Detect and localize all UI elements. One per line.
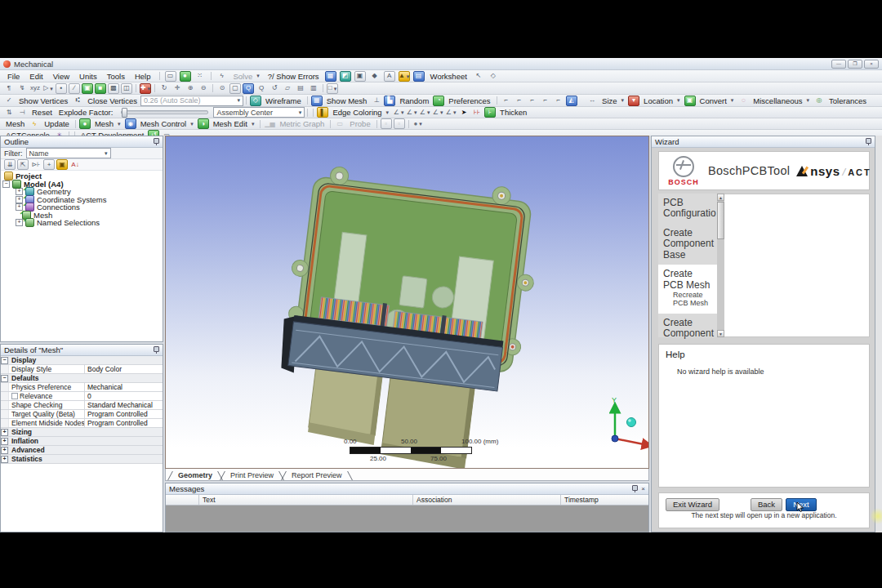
tolerances-button[interactable]: Tolerances — [826, 96, 870, 105]
back-button[interactable]: Back — [751, 498, 782, 511]
details-row-element-midside-nodes[interactable]: Element Midside Nodes Program Controlled — [1, 419, 163, 428]
step-create-pcb-mesh[interactable]: Create PCB Mesh Recreate PCB Mesh — [658, 265, 717, 314]
expand-box-icon[interactable]: + — [16, 196, 23, 203]
annotation-icon[interactable]: A — [384, 71, 395, 82]
align-icon[interactable]: ⇅ — [3, 107, 15, 118]
collapse-box-icon[interactable]: − — [2, 180, 10, 188]
extend-selection-icon[interactable]: ◫ — [121, 83, 132, 94]
select-mode-icon[interactable]: ▷ — [42, 83, 54, 94]
manage-views-icon[interactable]: ▤ — [295, 83, 306, 94]
edge-style-4-icon[interactable]: ∠ — [432, 107, 443, 118]
magnify-icon[interactable]: Q — [243, 83, 254, 94]
details-section-defaults[interactable]: − Defaults — [1, 374, 163, 383]
convert-dropdown[interactable]: Convert — [697, 96, 737, 105]
edge-style-2-icon[interactable]: ∠ — [406, 107, 417, 118]
vertex-filter-icon[interactable]: ▪ — [56, 83, 67, 94]
zoom-fit-icon[interactable]: ▢ — [229, 83, 241, 94]
flat-tree-icon[interactable]: ⊳⊦ — [30, 159, 42, 170]
drop-icon[interactable]: ◆ — [369, 71, 381, 82]
preferences-button[interactable]: Preferences — [445, 96, 493, 105]
column-text[interactable]: Text — [199, 495, 413, 505]
edge-connection-icon[interactable]: ⊦⊦ — [471, 107, 483, 118]
scroll-thumb[interactable] — [717, 202, 724, 239]
annotation-1-icon[interactable]: ⌐ — [501, 96, 512, 106]
miscellaneous-dropdown[interactable]: Miscellaneous — [750, 96, 813, 105]
solve-button[interactable]: Solve — [230, 72, 263, 81]
tab-report-preview[interactable]: Report Preview — [285, 470, 349, 480]
show-vertices-button[interactable]: Show Vertices — [16, 96, 71, 105]
steps-scrollbar[interactable]: ▲ ▼ — [717, 194, 724, 337]
location-dropdown[interactable]: Location — [640, 96, 683, 105]
zoom-icon[interactable]: ⊕ — [185, 83, 196, 94]
pin-icon[interactable] — [631, 485, 638, 492]
assembly-center-combo[interactable]: Assembly Center▾ — [213, 107, 305, 118]
expand-all-icon[interactable]: ⇊ — [4, 159, 16, 170]
selection-modes-icon[interactable]: ✚ — [140, 83, 151, 94]
label-select-icon[interactable]: ¶ — [3, 83, 15, 94]
column-status[interactable] — [166, 495, 199, 505]
sort-icon[interactable]: A↓ — [69, 159, 81, 170]
column-timestamp[interactable]: Timestamp — [561, 495, 648, 505]
pin-icon[interactable] — [153, 138, 159, 145]
close-button[interactable]: × — [864, 60, 879, 69]
exit-wizard-button[interactable]: Exit Wizard — [666, 498, 719, 511]
annotation-4-icon[interactable]: ⌐ — [540, 96, 551, 106]
menu-file[interactable]: File — [3, 72, 24, 81]
details-row-display-style[interactable]: Display Style Body Color — [1, 365, 163, 374]
snapshot-icon[interactable]: ▣ — [354, 71, 366, 82]
menu-tools[interactable]: Tools — [103, 72, 129, 81]
filter-combo[interactable]: Name▾ — [26, 148, 111, 158]
body-filter-icon[interactable]: ■ — [95, 83, 106, 94]
close-messages-icon[interactable]: × — [641, 485, 645, 492]
edge-style-1-icon[interactable]: ∠ — [393, 107, 404, 118]
tree-item-named-selections[interactable]: + Named Selections — [1, 219, 163, 227]
menu-view[interactable]: View — [49, 72, 74, 81]
triad-toggle-icon[interactable]: ◭ — [566, 96, 577, 106]
selection-info-icon[interactable]: ↖ — [473, 71, 484, 82]
column-association[interactable]: Association — [413, 495, 561, 505]
vertex-scale-combo[interactable]: 0.26 (Auto Scale)▾ — [140, 96, 243, 106]
update-button[interactable]: Update — [41, 119, 73, 128]
new-section-icon[interactable]: ▦ — [325, 71, 336, 82]
wireframe-button[interactable]: Wireframe — [262, 96, 305, 105]
step-recreate-pcb-mesh[interactable]: Recreate PCB Mesh — [663, 291, 715, 310]
images-icon[interactable]: ◩ — [340, 71, 351, 82]
rotate-icon[interactable]: ↻ — [158, 83, 170, 94]
thicken-button[interactable]: Thicken — [497, 108, 530, 117]
random-button[interactable]: Random — [396, 96, 432, 105]
edge-style-3-icon[interactable]: ∠ — [419, 107, 430, 118]
edge-style-5-icon[interactable]: ∠ — [445, 107, 457, 118]
details-row-relevance[interactable]: Relevance 0 — [1, 392, 163, 401]
worksheet-button[interactable]: Worksheet — [427, 72, 470, 81]
step-create-component-base[interactable]: Create Component Base — [658, 224, 717, 265]
menu-units[interactable]: Units — [75, 72, 101, 81]
step-create-component[interactable]: Create Component — [658, 314, 717, 344]
scroll-down-icon[interactable]: ▼ — [717, 330, 724, 337]
menu-edit[interactable]: Edit — [25, 72, 47, 81]
tab-geometry[interactable]: Geometry — [172, 470, 219, 480]
minimize-button[interactable]: — — [831, 60, 846, 69]
expand-icon[interactable]: + — [43, 159, 55, 170]
show-mesh-button[interactable]: Show Mesh — [323, 96, 371, 105]
probe-button[interactable]: Probe — [346, 119, 373, 128]
collapse-icon[interactable]: ⇱ — [17, 159, 29, 170]
multiselect-icon[interactable]: ▩ — [108, 83, 119, 94]
edge-direction-icon[interactable]: ➤ — [458, 107, 470, 118]
geometry-viewport[interactable]: 0.00 50.00 100.00 (mm) 25.00 75.00 — [165, 136, 649, 469]
image-capture-icon[interactable]: ▭ — [165, 71, 176, 82]
prev-view-icon[interactable]: Q — [256, 83, 267, 94]
print-icon[interactable]: ▥ — [308, 83, 319, 94]
look-at-icon[interactable]: ▱ — [282, 83, 293, 94]
close-vertices-button[interactable]: Close Vertices — [84, 96, 140, 105]
display-mode-icon[interactable]: ● — [412, 118, 424, 129]
edge-coloring-dropdown[interactable]: Edge Coloring — [329, 108, 392, 117]
details-section-display[interactable]: − Display — [1, 356, 163, 365]
details-section-sizing[interactable]: + Sizing — [1, 428, 163, 437]
search-tree-icon[interactable]: ▣ — [56, 159, 68, 170]
view-2d-icon[interactable]: ▫ — [394, 118, 405, 129]
iso-view-icon[interactable]: ↺ — [269, 83, 280, 94]
scroll-up-icon[interactable]: ▲ — [717, 194, 724, 201]
mesh-dropdown[interactable]: Mesh — [91, 119, 124, 128]
metric-graph-button[interactable]: Metric Graph — [276, 119, 327, 128]
expand-box-icon[interactable]: + — [16, 219, 23, 226]
